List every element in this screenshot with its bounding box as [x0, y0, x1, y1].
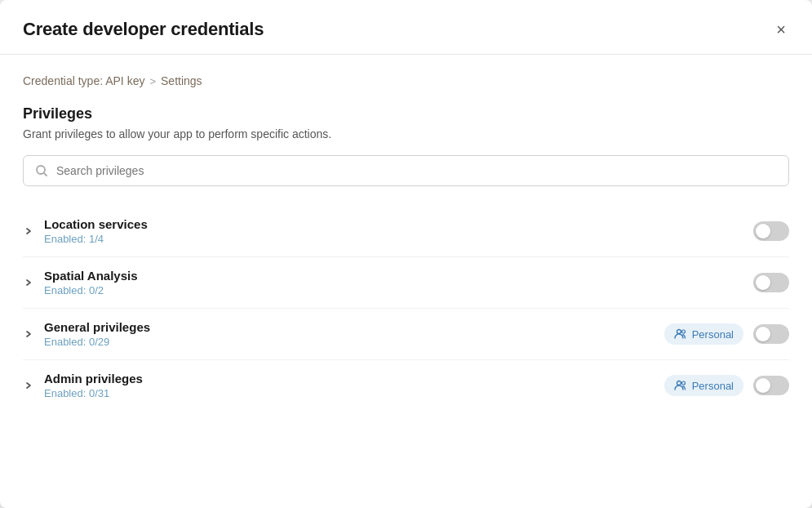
personal-badge-label: Personal: [692, 380, 734, 392]
toggle-slider: [753, 221, 789, 241]
table-row: General privileges Enabled: 0/29: [23, 309, 789, 360]
toggle-switch[interactable]: [753, 376, 789, 395]
privilege-left: Location services Enabled: 1/4: [23, 217, 148, 245]
privilege-left: Spatial Analysis Enabled: 0/2: [23, 269, 138, 296]
toggle-switch[interactable]: [753, 324, 789, 344]
section-title: Privileges: [23, 105, 789, 123]
privilege-info: Admin privileges Enabled: 0/31: [44, 372, 143, 399]
modal-body: Credential type: API key > Settings Priv…: [0, 55, 812, 434]
person-group-icon: [674, 328, 687, 341]
svg-line-1: [44, 173, 47, 176]
breadcrumb-step1: Credential type: API key: [23, 74, 144, 87]
privilege-enabled: Enabled: 0/2: [44, 284, 138, 296]
expand-button[interactable]: [23, 277, 34, 288]
modal: Create developer credentials × Credentia…: [0, 0, 812, 508]
toggle-slider: [753, 273, 789, 292]
breadcrumb: Credential type: API key > Settings: [23, 74, 789, 87]
privilege-list: Location services Enabled: 1/4: [23, 206, 789, 411]
toggle-slider: [753, 324, 789, 344]
breadcrumb-step2: Settings: [161, 74, 202, 87]
personal-badge: Personal: [664, 323, 743, 345]
personal-badge: Personal: [664, 375, 743, 396]
expand-button[interactable]: [23, 380, 34, 391]
svg-point-5: [681, 381, 685, 385]
privilege-info: Spatial Analysis Enabled: 0/2: [44, 269, 138, 296]
table-row: Spatial Analysis Enabled: 0/2: [23, 257, 789, 309]
expand-button[interactable]: [23, 328, 34, 340]
privilege-name: Spatial Analysis: [44, 269, 138, 283]
privilege-right: [753, 273, 789, 292]
breadcrumb-separator: >: [149, 75, 156, 87]
privilege-left: General privileges Enabled: 0/29: [23, 320, 150, 348]
modal-header: Create developer credentials ×: [0, 0, 812, 55]
modal-title: Create developer credentials: [23, 19, 264, 40]
close-button[interactable]: ×: [773, 18, 789, 41]
privilege-info: Location services Enabled: 1/4: [44, 217, 148, 245]
privilege-enabled: Enabled: 1/4: [44, 233, 148, 245]
privilege-name: Location services: [44, 217, 148, 231]
privilege-enabled: Enabled: 0/31: [44, 387, 143, 399]
toggle-slider: [753, 376, 789, 395]
table-row: Admin privileges Enabled: 0/31: [23, 360, 789, 411]
toggle-switch[interactable]: [753, 273, 789, 292]
toggle-switch[interactable]: [753, 221, 789, 241]
expand-button[interactable]: [23, 225, 34, 237]
personal-badge-label: Personal: [692, 328, 734, 341]
person-group-icon: [674, 379, 687, 392]
privilege-name: General privileges: [44, 320, 150, 334]
svg-point-2: [677, 330, 681, 334]
privilege-right: [753, 221, 789, 241]
section-description: Grant privileges to allow your app to pe…: [23, 127, 789, 140]
privilege-info: General privileges Enabled: 0/29: [44, 320, 150, 348]
search-bar: [23, 155, 789, 186]
search-icon: [35, 164, 48, 177]
svg-point-3: [681, 330, 685, 333]
svg-point-4: [677, 381, 681, 385]
privilege-right: Personal: [664, 323, 789, 345]
privilege-name: Admin privileges: [44, 372, 143, 385]
privilege-left: Admin privileges Enabled: 0/31: [23, 372, 143, 399]
search-input[interactable]: [56, 164, 777, 177]
privilege-right: Personal: [664, 375, 789, 396]
table-row: Location services Enabled: 1/4: [23, 206, 789, 257]
privilege-enabled: Enabled: 0/29: [44, 336, 150, 348]
